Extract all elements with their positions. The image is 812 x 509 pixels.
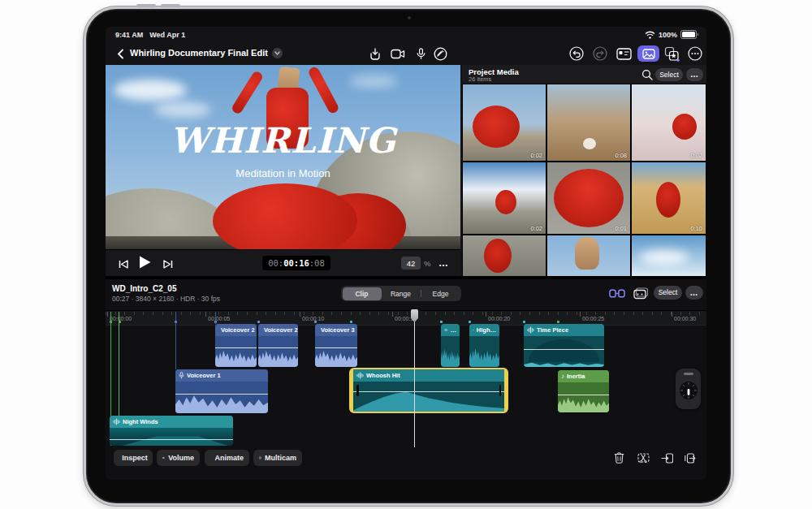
- clip-marker: [314, 321, 317, 323]
- overwrite-clip-icon[interactable]: [683, 451, 698, 464]
- animate-button[interactable]: Animate: [205, 450, 249, 466]
- timeline-panel: WD_Intro_C2_05 00:27 · 3840 × 2160 · HDR…: [106, 276, 706, 480]
- back-button[interactable]: [112, 46, 128, 61]
- media-thumbnail[interactable]: 0:02: [632, 84, 706, 161]
- jog-dial-icon[interactable]: [678, 380, 699, 401]
- clip-edge-line: [175, 312, 176, 369]
- trim-handle-left[interactable]: [356, 385, 359, 396]
- multicam-button[interactable]: Multicam: [253, 450, 302, 466]
- mode-range[interactable]: Range: [382, 287, 421, 300]
- clip-marker: [469, 321, 471, 323]
- timeline-clip-name: WD_Intro_C2_05: [112, 284, 176, 293]
- mode-clip[interactable]: Clip: [343, 287, 382, 300]
- volume-up-button[interactable]: [136, 4, 156, 7]
- mode-edge[interactable]: Edge: [421, 287, 460, 300]
- timeline-clip-high[interactable]: High…: [469, 324, 499, 367]
- edit-mode-segmented-control: Clip Range Edge: [341, 286, 461, 301]
- timecode-display[interactable]: 00:00:16:08: [262, 256, 330, 270]
- timeline-ruler[interactable]: 00:00:00 00:00:05 00:00:10 00:00:15 00:0…: [106, 310, 706, 326]
- media-thumbnail[interactable]: [463, 235, 546, 276]
- redo-icon[interactable]: [592, 46, 608, 61]
- audio-wave-icon: [473, 326, 474, 334]
- search-icon[interactable]: [639, 67, 655, 82]
- media-thumbnail[interactable]: [632, 235, 706, 276]
- audio-wave-icon: [113, 418, 120, 425]
- volume-down-button[interactable]: [161, 4, 180, 7]
- dervish-arm-left: [231, 70, 265, 115]
- timeline-more-button[interactable]: …: [685, 286, 703, 300]
- music-note-icon: ♪: [561, 373, 564, 380]
- media-thumbnail[interactable]: 0:10: [632, 162, 706, 234]
- media-browser-button[interactable]: [637, 45, 659, 62]
- project-title[interactable]: Whirling Documentary Final Edit: [130, 48, 268, 58]
- media-thumbnail[interactable]: 0:02: [463, 162, 546, 234]
- media-thumbnail[interactable]: 0:08: [547, 84, 630, 161]
- camera-record-icon[interactable]: [390, 46, 406, 61]
- more-options-icon[interactable]: [687, 46, 703, 61]
- pencil-tools-icon[interactable]: [432, 46, 448, 61]
- volume-button[interactable]: Volume: [157, 450, 200, 466]
- effects-icon[interactable]: [663, 46, 680, 61]
- timeline-clip-info: 00:27 · 3840 × 2160 · HDR · 30 fps: [112, 295, 220, 303]
- clip-marker: [257, 321, 260, 323]
- media-thumbnail[interactable]: [547, 235, 630, 276]
- media-thumbnail[interactable]: 0:01: [547, 162, 630, 234]
- wifi-icon: [645, 31, 655, 39]
- media-thumbnail[interactable]: 0:02: [463, 84, 546, 161]
- undo-icon[interactable]: [568, 46, 585, 61]
- inspect-button[interactable]: Inspect: [114, 450, 153, 466]
- insert-clip-icon[interactable]: [659, 451, 674, 464]
- dervish-arm-right: [307, 66, 340, 115]
- export-icon[interactable]: [367, 46, 383, 61]
- audio-wave-icon: [444, 326, 448, 334]
- ipad-device: 9:41 AM Wed Apr 1 100% Whirling Document…: [84, 6, 733, 506]
- media-select-button[interactable]: Select: [655, 68, 683, 81]
- audio-wave-icon: [356, 372, 364, 379]
- clip-marker: [523, 321, 525, 323]
- timeline-clip-voiceover-2a[interactable]: Voiceover 2: [215, 324, 257, 367]
- viewer-more-button[interactable]: …: [438, 257, 449, 269]
- jog-wheel-handle[interactable]: [684, 373, 693, 375]
- viewer-title-overlay: WHIRLING: [106, 123, 460, 158]
- status-date: Wed Apr 1: [149, 31, 185, 39]
- microphone-icon[interactable]: [412, 46, 429, 61]
- timeline-clip-night-winds[interactable]: Night Winds: [110, 416, 233, 446]
- cloud: [349, 75, 398, 88]
- timeline-clip-voiceover-3[interactable]: Voiceover 3: [315, 324, 357, 367]
- status-time: 9:41 AM: [115, 31, 143, 39]
- battery-icon: [680, 30, 697, 39]
- timeline-clip-voiceover-2b[interactable]: Voiceover 2: [258, 324, 298, 367]
- delete-icon[interactable]: [611, 451, 626, 464]
- skip-forward-icon[interactable]: [159, 257, 175, 271]
- app-toolbar: Whirling Documentary Final Edit: [106, 43, 706, 65]
- skip-back-icon[interactable]: [115, 257, 132, 271]
- timeline-clip-time-piece[interactable]: Time Piece: [524, 324, 604, 367]
- speaker-icon: [162, 454, 165, 462]
- timeline-clip-voiceover-1[interactable]: Voiceover 1: [175, 369, 268, 413]
- battery-percent: 100%: [659, 31, 677, 39]
- play-button[interactable]: [136, 255, 153, 270]
- project-media-header: Project Media 26 items Select …: [462, 65, 706, 84]
- playhead-line[interactable]: [414, 309, 415, 447]
- media-more-button[interactable]: …: [686, 68, 703, 81]
- trim-handle-right[interactable]: [499, 385, 502, 396]
- clip-appearance-icon[interactable]: [633, 286, 649, 300]
- zoom-level-value[interactable]: 42: [401, 257, 421, 270]
- title-menu-button[interactable]: [272, 48, 283, 58]
- magnetic-timeline-icon[interactable]: [609, 286, 625, 300]
- cloud: [114, 80, 187, 101]
- clip-marker: [440, 321, 443, 323]
- blade-cut-icon[interactable]: [636, 451, 650, 464]
- jog-wheel[interactable]: [676, 369, 701, 409]
- timeline-select-button[interactable]: Select: [654, 286, 682, 300]
- photo-icon: [642, 49, 655, 59]
- timeline-clip-inertia[interactable]: ♪Inertia: [558, 370, 609, 412]
- playback-bar: 00:00:16:08 42 % …: [106, 249, 460, 277]
- browser-panel-icon[interactable]: [615, 46, 632, 61]
- project-media-count: 26 items: [469, 75, 491, 83]
- timeline-clip-whoosh-hit-selected[interactable]: Whoosh Hit: [349, 368, 508, 413]
- timeline-clip-small[interactable]: …: [441, 324, 460, 367]
- cloud: [154, 101, 211, 118]
- viewer[interactable]: WHIRLING Meditation in Motion: [106, 65, 460, 249]
- status-bar: 9:41 AM Wed Apr 1 100%: [106, 27, 706, 43]
